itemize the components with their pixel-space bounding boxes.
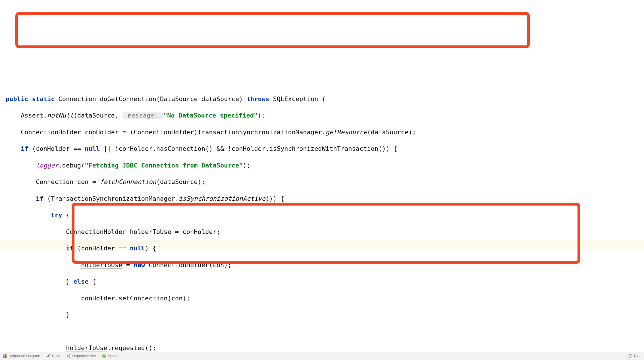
code-line[interactable]: try { [6, 211, 644, 219]
tool-build[interactable]: Build [46, 353, 60, 358]
svg-point-10 [102, 354, 106, 358]
tool-dependencies[interactable]: Dependencies [67, 353, 96, 358]
code-line[interactable]: } [6, 311, 644, 319]
diagram-icon [3, 354, 7, 358]
tool-event-log[interactable]: Ev... [628, 353, 641, 358]
bubble-icon [628, 354, 632, 358]
code-line[interactable]: holderToUse.requested(); [6, 344, 644, 352]
hammer-icon [46, 354, 50, 358]
svg-line-8 [68, 355, 69, 356]
dependencies-icon [67, 354, 70, 358]
svg-point-6 [69, 354, 70, 355]
svg-rect-1 [5, 354, 7, 356]
code-line[interactable]: public static Connection doGetConnection… [6, 95, 644, 103]
code-line[interactable]: if (TransactionSynchronizationManager.is… [6, 194, 644, 203]
code-line[interactable]: if (conHolder == null || !conHolder.hasC… [6, 145, 644, 153]
code-line[interactable]: Connection con = fetchConnection(dataSou… [6, 178, 644, 186]
code-line[interactable]: conHolder.setConnection(con); [6, 294, 644, 302]
code-line[interactable]: if (conHolder == null) { [6, 244, 644, 252]
tool-sequence-diagram[interactable]: Sequence Diagram [3, 353, 40, 358]
code-line[interactable]: holderToUse = new ConnectionHolder(con); [6, 261, 644, 269]
code-editor[interactable]: public static Connection doGetConnection… [0, 0, 644, 360]
code-line[interactable]: } else { [6, 277, 644, 286]
svg-point-11 [629, 355, 632, 357]
tool-spring[interactable]: Spring [102, 353, 119, 358]
svg-line-9 [68, 356, 69, 357]
svg-rect-2 [3, 356, 5, 358]
highlight-box-top [15, 12, 530, 48]
code-line[interactable]: ConnectionHolder conHolder = (Connection… [6, 128, 644, 136]
code-line[interactable]: logger.debug("Fetching JDBC Connection f… [6, 161, 644, 169]
spring-icon [102, 354, 106, 358]
code-line[interactable]: ConnectionHolder holderToUse = conHolder… [6, 228, 644, 236]
code-line[interactable] [6, 327, 644, 336]
code-line[interactable]: Assert.notNull(dataSource, message: "No … [6, 111, 644, 120]
svg-rect-0 [3, 354, 5, 356]
svg-rect-4 [49, 354, 50, 355]
svg-rect-3 [5, 356, 7, 358]
param-hint: message: [122, 112, 163, 119]
bottom-toolbar: Sequence Diagram Build Dependencies Spri… [0, 352, 644, 360]
svg-point-7 [69, 357, 70, 358]
